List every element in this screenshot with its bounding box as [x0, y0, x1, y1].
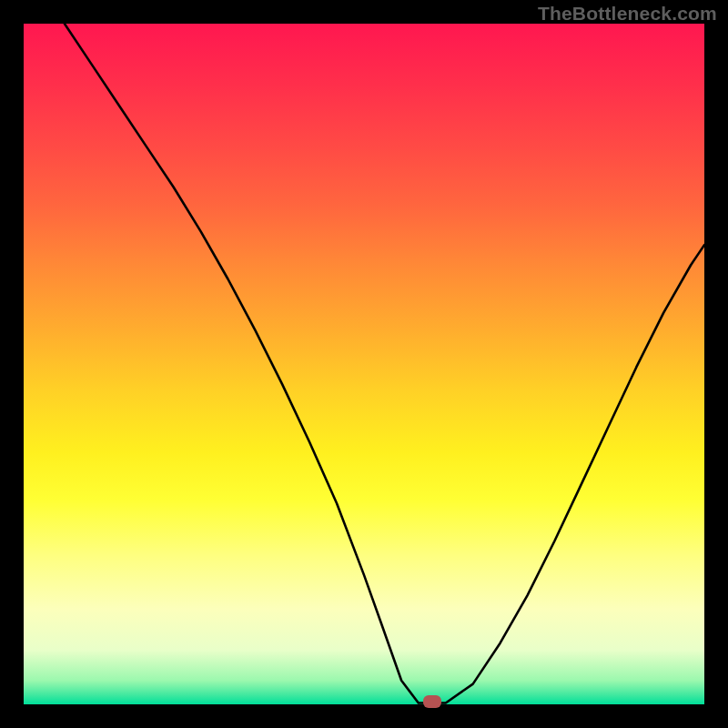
bottleneck-curve [24, 24, 704, 704]
optimum-marker [423, 695, 441, 708]
chart-frame: TheBottleneck.com [0, 0, 728, 728]
watermark-text: TheBottleneck.com [538, 3, 717, 25]
